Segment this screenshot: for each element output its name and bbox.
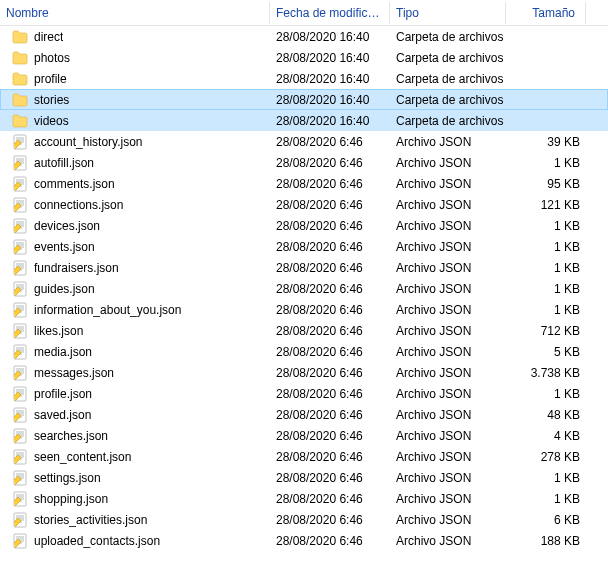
file-size: 278 KB [506, 450, 586, 464]
file-name: uploaded_contacts.json [34, 534, 160, 548]
file-type: Archivo JSON [390, 534, 506, 548]
json-file-icon [12, 428, 28, 444]
file-name: stories_activities.json [34, 513, 147, 527]
file-name: photos [34, 51, 70, 65]
file-size: 1 KB [506, 240, 586, 254]
file-type: Carpeta de archivos [390, 114, 506, 128]
file-row[interactable]: settings.json28/08/2020 6:46Archivo JSON… [0, 467, 608, 488]
file-type: Carpeta de archivos [390, 51, 506, 65]
file-date: 28/08/2020 6:46 [270, 345, 390, 359]
json-file-icon [12, 386, 28, 402]
file-row[interactable]: shopping.json28/08/2020 6:46Archivo JSON… [0, 488, 608, 509]
file-date: 28/08/2020 6:46 [270, 387, 390, 401]
file-type: Archivo JSON [390, 366, 506, 380]
json-file-icon [12, 365, 28, 381]
file-type: Archivo JSON [390, 282, 506, 296]
file-row[interactable]: guides.json28/08/2020 6:46Archivo JSON1 … [0, 278, 608, 299]
file-row[interactable]: likes.json28/08/2020 6:46Archivo JSON712… [0, 320, 608, 341]
file-type: Archivo JSON [390, 492, 506, 506]
file-name: information_about_you.json [34, 303, 181, 317]
column-header-size[interactable]: Tamaño [506, 2, 586, 24]
file-date: 28/08/2020 6:46 [270, 198, 390, 212]
file-date: 28/08/2020 6:46 [270, 261, 390, 275]
file-type: Archivo JSON [390, 156, 506, 170]
json-file-icon [12, 449, 28, 465]
json-file-icon [12, 134, 28, 150]
column-header-row: Nombre Fecha de modifica... Tipo Tamaño [0, 0, 608, 26]
file-name: connections.json [34, 198, 123, 212]
json-file-icon [12, 218, 28, 234]
file-row[interactable]: stories_activities.json28/08/2020 6:46Ar… [0, 509, 608, 530]
file-row[interactable]: profile28/08/2020 16:40Carpeta de archiv… [0, 68, 608, 89]
file-row[interactable]: comments.json28/08/2020 6:46Archivo JSON… [0, 173, 608, 194]
file-row[interactable]: devices.json28/08/2020 6:46Archivo JSON1… [0, 215, 608, 236]
file-row[interactable]: profile.json28/08/2020 6:46Archivo JSON1… [0, 383, 608, 404]
file-type: Carpeta de archivos [390, 30, 506, 44]
file-type: Archivo JSON [390, 240, 506, 254]
file-date: 28/08/2020 6:46 [270, 534, 390, 548]
file-row[interactable]: connections.json28/08/2020 6:46Archivo J… [0, 194, 608, 215]
json-file-icon [12, 344, 28, 360]
file-date: 28/08/2020 6:46 [270, 135, 390, 149]
file-size: 5 KB [506, 345, 586, 359]
file-date: 28/08/2020 6:46 [270, 471, 390, 485]
file-row[interactable]: direct28/08/2020 16:40Carpeta de archivo… [0, 26, 608, 47]
file-name: autofill.json [34, 156, 94, 170]
file-date: 28/08/2020 16:40 [270, 114, 390, 128]
file-row[interactable]: stories28/08/2020 16:40Carpeta de archiv… [0, 89, 608, 110]
json-file-icon [12, 407, 28, 423]
json-file-icon [12, 197, 28, 213]
file-row[interactable]: media.json28/08/2020 6:46Archivo JSON5 K… [0, 341, 608, 362]
json-file-icon [12, 512, 28, 528]
file-date: 28/08/2020 16:40 [270, 93, 390, 107]
file-row[interactable]: seen_content.json28/08/2020 6:46Archivo … [0, 446, 608, 467]
file-name: shopping.json [34, 492, 108, 506]
json-file-icon [12, 533, 28, 549]
file-date: 28/08/2020 6:46 [270, 282, 390, 296]
file-row[interactable]: saved.json28/08/2020 6:46Archivo JSON48 … [0, 404, 608, 425]
file-name: guides.json [34, 282, 95, 296]
json-file-icon [12, 176, 28, 192]
file-row[interactable]: videos28/08/2020 16:40Carpeta de archivo… [0, 110, 608, 131]
file-type: Archivo JSON [390, 198, 506, 212]
file-size: 3.738 KB [506, 366, 586, 380]
file-size: 1 KB [506, 156, 586, 170]
json-file-icon [12, 302, 28, 318]
file-size: 1 KB [506, 387, 586, 401]
file-date: 28/08/2020 6:46 [270, 219, 390, 233]
file-type: Archivo JSON [390, 450, 506, 464]
file-row[interactable]: uploaded_contacts.json28/08/2020 6:46Arc… [0, 530, 608, 551]
file-size: 6 KB [506, 513, 586, 527]
file-row[interactable]: account_history.json28/08/2020 6:46Archi… [0, 131, 608, 152]
file-name: account_history.json [34, 135, 143, 149]
file-size: 39 KB [506, 135, 586, 149]
folder-icon [12, 92, 28, 108]
file-name: settings.json [34, 471, 101, 485]
file-row[interactable]: autofill.json28/08/2020 6:46Archivo JSON… [0, 152, 608, 173]
file-row[interactable]: events.json28/08/2020 6:46Archivo JSON1 … [0, 236, 608, 257]
file-size: 4 KB [506, 429, 586, 443]
file-type: Archivo JSON [390, 408, 506, 422]
json-file-icon [12, 281, 28, 297]
file-row[interactable]: messages.json28/08/2020 6:46Archivo JSON… [0, 362, 608, 383]
file-name: profile.json [34, 387, 92, 401]
file-name: direct [34, 30, 63, 44]
file-name: stories [34, 93, 69, 107]
file-row[interactable]: fundraisers.json28/08/2020 6:46Archivo J… [0, 257, 608, 278]
file-date: 28/08/2020 6:46 [270, 324, 390, 338]
file-size: 1 KB [506, 282, 586, 296]
file-date: 28/08/2020 6:46 [270, 492, 390, 506]
file-name: profile [34, 72, 67, 86]
column-header-date[interactable]: Fecha de modifica... [270, 2, 390, 24]
file-type: Archivo JSON [390, 177, 506, 191]
column-header-type[interactable]: Tipo [390, 2, 506, 24]
column-header-name[interactable]: Nombre [0, 2, 270, 24]
file-row[interactable]: information_about_you.json28/08/2020 6:4… [0, 299, 608, 320]
file-row[interactable]: photos28/08/2020 16:40Carpeta de archivo… [0, 47, 608, 68]
json-file-icon [12, 470, 28, 486]
file-type: Archivo JSON [390, 345, 506, 359]
file-row[interactable]: searches.json28/08/2020 6:46Archivo JSON… [0, 425, 608, 446]
file-type: Archivo JSON [390, 387, 506, 401]
file-date: 28/08/2020 6:46 [270, 240, 390, 254]
json-file-icon [12, 155, 28, 171]
